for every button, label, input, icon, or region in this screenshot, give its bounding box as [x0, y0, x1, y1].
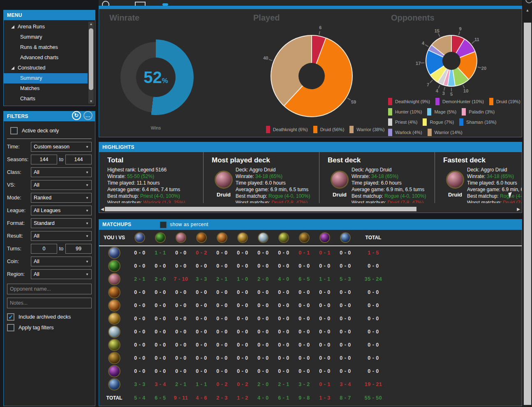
matchup-cell: 0 - 0	[368, 289, 379, 295]
legend-label: Hunter (10%)	[395, 109, 422, 114]
include-archived-decks-checkbox[interactable]: ✓	[7, 313, 14, 321]
menu-item-advanced-charts[interactable]: Advanced charts	[4, 53, 95, 63]
slice-value-label: 59	[351, 99, 356, 104]
scroll-right-icon[interactable]: ▶	[517, 206, 520, 212]
filter-row-mode: Mode:Ranked▼	[7, 193, 92, 203]
matchup-cell: 0 - 0	[298, 303, 310, 308]
highlight-line: Time played: 11.1 hours	[107, 180, 203, 186]
highlights-hscrollbar[interactable]: ◀ ▶	[100, 206, 521, 212]
filter-select-format[interactable]: Standard▼	[31, 218, 92, 228]
matchup-cell: 4 - 6	[196, 395, 207, 401]
legend-item-warlock: Warlock (4%)	[388, 129, 422, 136]
page-scroll-thumb[interactable]	[524, 23, 531, 405]
menu-item-summary[interactable]: Summary	[4, 73, 88, 83]
page-scrollbar[interactable]: ▲	[523, 0, 532, 407]
filter-select-vs[interactable]: All▼	[31, 180, 92, 190]
filter-select-league[interactable]: All Leagues▼	[31, 206, 92, 215]
matchup-row-druid: 2 - 12 - 07 - 103 - 32 - 11 - 02 - 04 - …	[99, 273, 522, 286]
matchup-cell: 0 - 0	[216, 289, 228, 295]
scroll-up-icon[interactable]: ▲	[88, 22, 94, 26]
highlight-line: Time played: 6.0 hours	[467, 180, 522, 186]
filter-turns-from-input[interactable]	[31, 244, 57, 254]
highlight-line-label: Winrate:	[467, 173, 487, 179]
matchups-panel: MATCHUPS show as percent YOU \ VS TOTAL …	[99, 219, 522, 406]
filter-seasons-to-input[interactable]	[65, 155, 92, 164]
menu-item-charts[interactable]: Charts	[4, 94, 95, 104]
matchup-cell: 0 - 0	[368, 368, 379, 374]
matchup-cell: 0 - 0	[134, 368, 146, 374]
filter-select-coin[interactable]: All▼	[31, 257, 92, 266]
filter-select-mode[interactable]: Ranked▼	[31, 193, 92, 203]
menu-scroll-thumb[interactable]	[89, 28, 93, 90]
expander-icon[interactable]	[11, 67, 14, 70]
expander-icon[interactable]	[11, 25, 14, 29]
matchup-cell: 0 - 0	[340, 263, 351, 269]
filters-separator	[7, 139, 92, 139]
legend-label: Deathknight (9%)	[395, 99, 430, 104]
matchup-cell: 0 - 0	[368, 329, 379, 335]
filter-select-region[interactable]: All▼	[31, 269, 92, 279]
slice-connector	[478, 67, 481, 68]
matchup-cell: 0 - 0	[340, 303, 351, 308]
filter-select-time[interactable]: Custom season▼	[31, 142, 92, 152]
legend-swatch	[388, 108, 392, 116]
menu-scrollbar[interactable]: ▲ ▼	[88, 22, 94, 104]
highlight-line-value: Aggro Druid	[365, 167, 391, 173]
filter-seasons-from-input[interactable]	[31, 155, 57, 164]
matchup-cell: 0 - 2	[196, 250, 207, 256]
menu-item-label: Matches	[20, 83, 39, 94]
filter-select-class[interactable]: All▼	[31, 167, 92, 177]
scroll-left-icon[interactable]: ◀	[101, 206, 104, 212]
class-icon-mage	[108, 299, 120, 312]
menu-item-constructed[interactable]: Constructed	[4, 63, 95, 73]
scroll-up-icon[interactable]: ▲	[523, 8, 532, 12]
matchup-cell: 0 - 0	[257, 250, 269, 256]
class-icon-mage	[217, 232, 227, 243]
class-icon-deathknight	[134, 232, 145, 243]
matchup-row-demonhunter: 0 - 00 - 00 - 00 - 00 - 00 - 00 - 00 - 0…	[99, 259, 522, 273]
opponent-name-input[interactable]	[7, 284, 92, 294]
menu-item-arena-runs[interactable]: Arena Runs	[4, 22, 95, 32]
matchup-cell: 0 - 0	[298, 263, 310, 269]
legend-item-rogue: Rogue (7%)	[423, 118, 454, 126]
matchup-cell: 6 - 5	[155, 395, 166, 401]
matchup-cell: 0 - 0	[298, 316, 310, 321]
menu-item-summary[interactable]: Summary	[4, 32, 95, 42]
highlights-cards: TotalHighest rank: Legend 5166Winrate: 5…	[99, 152, 522, 203]
notes-input[interactable]	[7, 298, 92, 308]
highlight-line-label: Deck:	[467, 167, 481, 173]
highlight-line: Worst matchup: Druid (7-8, 47%)	[352, 199, 435, 203]
filter-select-result[interactable]: All▼	[31, 231, 92, 241]
legend-label: Paladin (3%)	[469, 109, 495, 114]
highlight-line-value: Legend 5166	[138, 167, 167, 173]
legend-label: Priest (4%)	[395, 120, 417, 125]
show-as-percent-checkbox[interactable]	[160, 222, 167, 228]
highlight-card-total: TotalHighest rank: Legend 5166Winrate: 5…	[99, 152, 203, 203]
clipped-circle-icon	[102, 1, 109, 6]
slice-value-label: 40	[263, 56, 268, 60]
matchup-row-deathknight: 0 - 01 - 10 - 00 - 20 - 00 - 00 - 00 - 0…	[99, 246, 522, 259]
filter-turns-to-input[interactable]	[65, 244, 92, 254]
active-deck-only-checkbox[interactable]	[10, 127, 18, 134]
matchup-cell: 0 - 0	[278, 342, 289, 348]
filter-label: Time:	[7, 144, 31, 150]
matchup-cell: 0 - 0	[368, 263, 379, 269]
apply-tag-filters-checkbox[interactable]	[7, 324, 14, 331]
selected-value: All	[34, 182, 86, 188]
filter-row-region: Region:All▼	[7, 269, 92, 279]
highlight-line-label: Deck:	[352, 167, 365, 173]
menu-item-matches[interactable]: Matches	[4, 83, 95, 94]
highlight-line-label: Worst matchup:	[236, 200, 271, 203]
hscroll-thumb[interactable]	[105, 207, 416, 211]
more-options-button[interactable]: …	[83, 111, 93, 120]
refresh-button[interactable]: ↻	[72, 111, 81, 120]
deck-class-label: Druid	[212, 192, 236, 198]
highlight-line-label: Average game:	[107, 187, 142, 192]
slice-connector	[451, 88, 452, 92]
filters-header: FILTERS ↻ …	[4, 111, 95, 121]
scroll-down-icon[interactable]: ▼	[88, 99, 94, 103]
matchup-cell: 0 - 1	[298, 250, 310, 256]
chevron-down-icon: ▼	[86, 196, 89, 200]
legend-swatch	[462, 108, 466, 116]
menu-item-runs-matches[interactable]: Runs & matches	[4, 42, 95, 53]
